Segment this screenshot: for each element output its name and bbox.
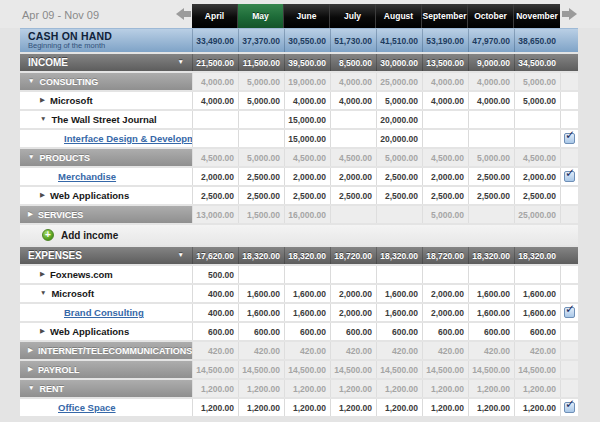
web-applications-income-value-april[interactable]: 2,500.00 — [192, 187, 238, 204]
consulting-label-cell[interactable]: ▼CONSULTING — [20, 73, 192, 90]
wall-street-journal-value-april[interactable] — [192, 111, 238, 128]
foxnews-value-september[interactable] — [422, 266, 468, 283]
consulting-disclosure-triangle[interactable]: ▼ — [28, 78, 34, 85]
microsoft-income-value-april[interactable]: 4,000.00 — [192, 92, 238, 109]
wall-street-journal-value-may[interactable] — [238, 111, 284, 128]
products-disclosure-triangle[interactable]: ▼ — [28, 154, 34, 161]
foxnews-value-november[interactable] — [514, 266, 560, 283]
web-applications-expenses-value-june[interactable]: 600.00 — [284, 323, 330, 340]
internet-telecommunications-label-cell[interactable]: ▶INTERNET/TELECOMMUNICATIONS — [20, 342, 192, 359]
microsoft-expenses-value-july[interactable]: 2,000.00 — [330, 285, 376, 302]
interface-design-development-link[interactable]: Interface Design & Development — [64, 133, 192, 144]
interface-design-development-value-july[interactable] — [330, 130, 376, 147]
foxnews-value-october[interactable] — [468, 266, 514, 283]
income-disclosure-triangle[interactable]: ▼ — [178, 59, 184, 66]
merchandise-value-august[interactable]: 2,500.00 — [376, 168, 422, 185]
interface-design-development-value-november[interactable] — [514, 130, 560, 147]
month-tab-september[interactable]: September — [422, 4, 468, 28]
brand-consulting-value-november[interactable]: 1,600.00 — [514, 304, 560, 321]
microsoft-expenses-value-october[interactable]: 1,600.00 — [468, 285, 514, 302]
prev-months-arrow[interactable] — [176, 8, 191, 20]
web-applications-income-value-september[interactable]: 2,500.00 — [422, 187, 468, 204]
merchandise-checkbox[interactable]: ✓ — [564, 171, 575, 182]
microsoft-expenses-value-may[interactable]: 1,600.00 — [238, 285, 284, 302]
brand-consulting-value-may[interactable]: 1,600.00 — [238, 304, 284, 321]
foxnews-value-april[interactable]: 500.00 — [192, 266, 238, 283]
microsoft-expenses-value-september[interactable]: 2,000.00 — [422, 285, 468, 302]
microsoft-income-value-may[interactable]: 5,000.00 — [238, 92, 284, 109]
month-tab-july[interactable]: July — [330, 4, 376, 28]
microsoft-income-value-october[interactable]: 4,000.00 — [468, 92, 514, 109]
microsoft-expenses-value-november[interactable]: 1,600.00 — [514, 285, 560, 302]
office-space-value-november[interactable]: 1,200.00 — [514, 399, 560, 416]
interface-design-development-value-september[interactable] — [422, 130, 468, 147]
web-applications-expenses-value-november[interactable]: 600.00 — [514, 323, 560, 340]
interface-design-development-value-august[interactable]: 20,000.00 — [376, 130, 422, 147]
brand-consulting-checkbox[interactable]: ✓ — [564, 307, 575, 318]
web-applications-income-value-july[interactable]: 2,500.00 — [330, 187, 376, 204]
brand-consulting-value-october[interactable]: 1,600.00 — [468, 304, 514, 321]
month-tab-october[interactable]: October — [468, 4, 514, 28]
microsoft-expenses-value-april[interactable]: 400.00 — [192, 285, 238, 302]
add-income-label[interactable]: Add income — [61, 230, 118, 241]
foxnews-value-may[interactable] — [238, 266, 284, 283]
microsoft-expenses-value-august[interactable]: 1,600.00 — [376, 285, 422, 302]
interface-design-development-checkbox[interactable]: ✓ — [564, 133, 575, 144]
web-applications-income-value-october[interactable]: 2,500.00 — [468, 187, 514, 204]
income-label-cell[interactable]: INCOME▼ — [20, 54, 192, 71]
web-applications-income-value-june[interactable]: 2,500.00 — [284, 187, 330, 204]
expenses-label-cell[interactable]: EXPENSES▼ — [20, 247, 192, 264]
merchandise-value-may[interactable]: 2,500.00 — [238, 168, 284, 185]
payroll-disclosure-triangle[interactable]: ▶ — [28, 366, 33, 373]
services-label-cell[interactable]: ▶SERVICES — [20, 206, 192, 223]
wall-street-journal-value-october[interactable] — [468, 111, 514, 128]
web-applications-income-value-may[interactable]: 2,500.00 — [238, 187, 284, 204]
add-income-plus-icon[interactable]: + — [42, 229, 54, 241]
microsoft-income-value-july[interactable]: 4,000.00 — [330, 92, 376, 109]
row-add-income[interactable]: +Add income — [20, 225, 578, 245]
brand-consulting-link[interactable]: Brand Consulting — [64, 307, 144, 318]
foxnews-value-august[interactable] — [376, 266, 422, 283]
expenses-disclosure-triangle[interactable]: ▼ — [178, 252, 184, 259]
next-months-arrow[interactable] — [562, 8, 577, 20]
wall-street-journal-value-november[interactable] — [514, 111, 560, 128]
wall-street-journal-value-july[interactable] — [330, 111, 376, 128]
month-tab-june[interactable]: June — [284, 4, 330, 28]
merchandise-value-october[interactable]: 2,500.00 — [468, 168, 514, 185]
web-applications-income-value-august[interactable]: 2,500.00 — [376, 187, 422, 204]
rent-disclosure-triangle[interactable]: ▼ — [28, 385, 34, 392]
office-space-link[interactable]: Office Space — [58, 402, 116, 413]
brand-consulting-value-september[interactable]: 2,000.00 — [422, 304, 468, 321]
foxnews-value-june[interactable] — [284, 266, 330, 283]
interface-design-development-value-october[interactable] — [468, 130, 514, 147]
interface-design-development-value-april[interactable] — [192, 130, 238, 147]
wall-street-journal-disclosure-triangle[interactable]: ▼ — [40, 116, 46, 123]
web-applications-expenses-disclosure-triangle[interactable]: ▶ — [40, 328, 45, 335]
office-space-value-september[interactable]: 1,200.00 — [422, 399, 468, 416]
microsoft-expenses-disclosure-triangle[interactable]: ▼ — [40, 290, 46, 297]
merchandise-value-september[interactable]: 2,000.00 — [422, 168, 468, 185]
month-tab-august[interactable]: August — [376, 4, 422, 28]
office-space-checkbox[interactable]: ✓ — [564, 402, 575, 413]
internet-telecommunications-disclosure-triangle[interactable]: ▶ — [28, 347, 33, 354]
web-applications-income-disclosure-triangle[interactable]: ▶ — [40, 192, 45, 199]
web-applications-expenses-value-september[interactable]: 600.00 — [422, 323, 468, 340]
microsoft-income-value-june[interactable]: 4,000.00 — [284, 92, 330, 109]
foxnews-disclosure-triangle[interactable]: ▶ — [40, 271, 45, 278]
microsoft-income-value-september[interactable]: 4,000.00 — [422, 92, 468, 109]
web-applications-expenses-value-april[interactable]: 600.00 — [192, 323, 238, 340]
merchandise-value-july[interactable]: 2,000.00 — [330, 168, 376, 185]
office-space-value-august[interactable]: 1,200.00 — [376, 399, 422, 416]
brand-consulting-value-august[interactable]: 1,600.00 — [376, 304, 422, 321]
web-applications-expenses-value-july[interactable]: 600.00 — [330, 323, 376, 340]
merchandise-link[interactable]: Merchandise — [58, 171, 116, 182]
microsoft-income-value-november[interactable]: 5,000.00 — [514, 92, 560, 109]
office-space-value-october[interactable]: 1,200.00 — [468, 399, 514, 416]
web-applications-income-value-november[interactable]: 2,500.00 — [514, 187, 560, 204]
interface-design-development-value-may[interactable] — [238, 130, 284, 147]
month-tab-may[interactable]: May — [238, 4, 284, 28]
products-label-cell[interactable]: ▼PRODUCTS — [20, 149, 192, 166]
web-applications-expenses-value-august[interactable]: 600.00 — [376, 323, 422, 340]
interface-design-development-value-june[interactable]: 15,000.00 — [284, 130, 330, 147]
office-space-value-july[interactable]: 1,200.00 — [330, 399, 376, 416]
